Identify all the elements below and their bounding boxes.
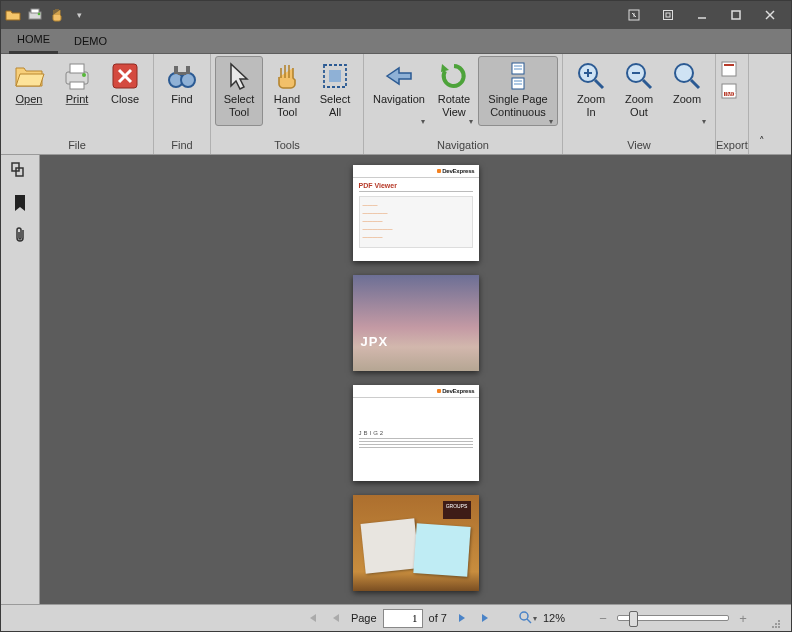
binoculars-icon [166, 60, 198, 92]
select-all-label: Select All [320, 93, 351, 123]
single-page-continuous-icon [502, 60, 534, 92]
navigation-label: Navigation [373, 93, 425, 123]
find-button[interactable]: Find [158, 56, 206, 126]
first-page-button[interactable] [303, 609, 321, 627]
page1-brand: DevExpress [442, 168, 474, 174]
print-button[interactable]: Print [53, 56, 101, 126]
svg-rect-4 [664, 11, 673, 20]
svg-line-38 [691, 80, 699, 88]
svg-point-53 [778, 626, 780, 628]
page-thumbnail-4[interactable]: GROUPS [353, 495, 479, 591]
close-file-icon [109, 60, 141, 92]
page3-brand: DevExpress [442, 388, 474, 394]
svg-point-2 [38, 13, 41, 16]
select-all-icon [319, 60, 351, 92]
page2-text: JPX [361, 334, 389, 349]
ribbon-display-options-icon[interactable] [617, 1, 651, 29]
svg-line-47 [527, 619, 531, 623]
close-label: Close [111, 93, 139, 123]
page1-title: PDF Viewer [359, 182, 473, 189]
svg-point-46 [520, 612, 528, 620]
close-button[interactable] [753, 1, 787, 29]
zoom-in-button[interactable]: Zoom In [567, 56, 615, 126]
page-count-label: of 7 [429, 612, 447, 624]
svg-rect-21 [178, 72, 186, 75]
open-label: Open [16, 93, 43, 123]
export-button-1[interactable] [720, 60, 738, 78]
hand-tool-label: Hand Tool [274, 93, 300, 123]
qat-dropdown-icon[interactable]: ▾ [71, 7, 87, 23]
last-page-button[interactable] [477, 609, 495, 627]
svg-point-18 [181, 73, 195, 87]
tab-demo[interactable]: DEMO [66, 30, 115, 53]
zoom-out-button[interactable]: Zoom Out [615, 56, 663, 126]
resize-grip-icon[interactable] [769, 617, 783, 631]
page-layout-label: Single Page Continuous [488, 93, 547, 123]
zoom-dropdown-button[interactable]: ▾ [519, 609, 537, 627]
attachments-pane-button[interactable] [10, 225, 30, 245]
zoom-plus-button[interactable]: + [735, 611, 751, 626]
close-file-button[interactable]: Close [101, 56, 149, 126]
svg-text:IMG: IMG [725, 91, 737, 97]
ribbon-collapse-button[interactable]: ˄ [748, 54, 775, 154]
zoom-slider-thumb[interactable] [629, 611, 638, 627]
page-thumbnail-1[interactable]: DevExpress PDF Viewer ——————————————————… [353, 165, 479, 261]
navigation-button[interactable]: Navigation ▾ [368, 56, 430, 126]
page-label: Page [351, 612, 377, 624]
page-thumbnail-3[interactable]: DevExpress JBIG2 [353, 385, 479, 481]
zoom-out-label: Zoom Out [625, 93, 653, 123]
open-button[interactable]: Open [5, 56, 53, 126]
zoom-minus-button[interactable]: − [595, 611, 611, 626]
hand-icon[interactable] [49, 7, 65, 23]
svg-point-52 [775, 626, 777, 628]
group-find: Find Find [154, 54, 211, 154]
side-panel [1, 155, 40, 604]
page3-subtitle: JBIG2 [359, 430, 473, 436]
document-viewport[interactable]: DevExpress PDF Viewer ——————————————————… [40, 155, 791, 604]
zoom-percent-label: 12% [543, 612, 565, 624]
group-view-label: View [563, 136, 715, 154]
select-tool-button[interactable]: Select Tool [215, 56, 263, 126]
next-page-button[interactable] [453, 609, 471, 627]
folder-open-icon [13, 60, 45, 92]
print-icon[interactable] [27, 7, 43, 23]
export-button-2[interactable]: IMG [720, 82, 738, 100]
zoom-in-icon [575, 60, 607, 92]
quick-access-toolbar: ▾ [5, 7, 87, 23]
group-view: Zoom In Zoom Out Zoom ▾ View [563, 54, 716, 154]
svg-rect-20 [186, 66, 190, 74]
svg-point-50 [778, 623, 780, 625]
thumbnails-pane-button[interactable] [10, 161, 30, 181]
group-file: Open Print Close File [1, 54, 154, 154]
navigate-icon [383, 60, 415, 92]
group-tools: Select Tool Hand Tool Select All Tools [211, 54, 364, 154]
zoom-icon [671, 60, 703, 92]
group-navigation: Navigation ▾ Rotate View ▾ Single Page C… [364, 54, 563, 154]
hand-tool-button[interactable]: Hand Tool [263, 56, 311, 126]
select-all-button[interactable]: Select All [311, 56, 359, 126]
minimize-button[interactable] [685, 1, 719, 29]
page-thumbnail-2[interactable]: JPX [353, 275, 479, 371]
svg-rect-40 [724, 64, 734, 66]
page-number-input[interactable] [383, 609, 423, 628]
zoom-slider[interactable] [617, 615, 729, 621]
bookmarks-pane-button[interactable] [10, 193, 30, 213]
page-layout-button[interactable]: Single Page Continuous ▾ [478, 56, 558, 126]
open-icon[interactable] [5, 7, 21, 23]
zoom-button[interactable]: Zoom ▾ [663, 56, 711, 126]
svg-point-37 [675, 64, 693, 82]
select-tool-label: Select Tool [224, 93, 255, 123]
maximize-button[interactable] [719, 1, 753, 29]
maximize-alt-icon[interactable] [651, 1, 685, 29]
rotate-view-button[interactable]: Rotate View ▾ [430, 56, 478, 126]
group-find-label: Find [154, 136, 210, 154]
chevron-up-icon: ˄ [759, 135, 765, 148]
group-file-label: File [1, 136, 153, 154]
titlebar: ▾ [1, 1, 791, 29]
prev-page-button[interactable] [327, 609, 345, 627]
group-export-label: Export [716, 136, 748, 154]
tab-home[interactable]: HOME [9, 28, 58, 54]
rotate-icon [438, 60, 470, 92]
hand-tool-icon [271, 60, 303, 92]
svg-rect-5 [666, 13, 670, 17]
